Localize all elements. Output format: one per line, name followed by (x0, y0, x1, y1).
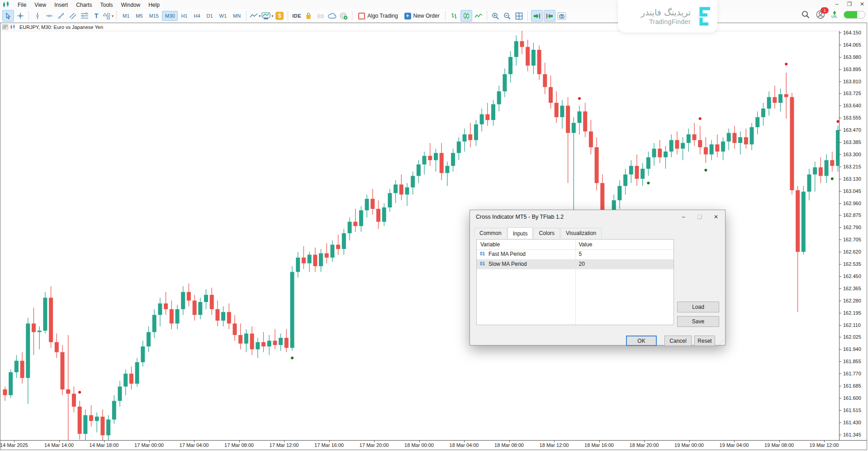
vertical-line-tool-button[interactable] (32, 10, 43, 21)
fibonacci-icon (81, 12, 89, 19)
zoom-out-button[interactable] (502, 10, 513, 21)
notification-badge: 1 (821, 7, 829, 14)
table-row[interactable]: 01Fast MA Period5 (477, 249, 674, 259)
price-tick (840, 337, 841, 337)
crosshair-tool-button[interactable] (15, 10, 26, 21)
menu-file[interactable]: File (14, 1, 30, 9)
market-watch-icon[interactable] (2, 24, 8, 29)
fibonacci-tool-button[interactable] (79, 10, 90, 21)
dialog-titlebar[interactable]: Cross Indicator MT5 - By TFlab 1.2 – ❑ ✕ (470, 210, 725, 224)
ok-button[interactable]: OK (626, 336, 657, 346)
variable-value[interactable]: 20 (579, 261, 585, 267)
window-minimize-button[interactable]: – (833, 1, 841, 7)
market-button[interactable] (303, 10, 314, 21)
community-button[interactable] (338, 10, 349, 21)
variable-value[interactable]: 5 (579, 251, 582, 257)
price-tick (840, 118, 841, 118)
tab-colors[interactable]: Colors (533, 228, 560, 238)
horizontal-line-tool-button[interactable] (44, 10, 55, 21)
timeframe-m30[interactable]: M30 (162, 11, 178, 21)
currency-button[interactable]: $ (274, 10, 285, 21)
time-label: 17 Mar 16:00 (314, 442, 344, 448)
dialog-tabs: CommonInputsColorsVisualization (474, 227, 602, 238)
tab-common[interactable]: Common (474, 228, 507, 238)
new-order-button[interactable]: + New Order (402, 10, 442, 21)
menu-view[interactable]: View (30, 1, 50, 9)
level-indicator[interactable]: LVL (831, 11, 837, 18)
menu-charts[interactable]: Charts (72, 1, 96, 9)
algo-trading-label: Algo Trading (367, 13, 398, 19)
timeframe-h4[interactable]: H4 (190, 11, 203, 21)
auto-scroll-button[interactable] (531, 10, 543, 22)
timeframe-h1[interactable]: H1 (178, 11, 190, 21)
tab-visualization[interactable]: Visualization (560, 228, 602, 238)
screenshot-button[interactable] (556, 10, 567, 21)
dialog-close-button[interactable]: ✕ (708, 214, 724, 220)
time-label: 18 Mar 00:00 (404, 442, 434, 448)
algo-trading-button[interactable]: Algo Trading (356, 10, 400, 21)
reset-button[interactable]: Reset (694, 336, 715, 346)
vertical-line-icon (34, 12, 41, 19)
cloud-button[interactable] (327, 10, 337, 21)
toolbar-separator (116, 11, 117, 20)
search-icon[interactable] (802, 10, 810, 19)
time-label: 14 Mar 14:00 (44, 442, 74, 448)
auto-scroll-icon (533, 13, 541, 19)
time-axis[interactable]: 14 Mar 202514 Mar 14:0014 Mar 18:0017 Ma… (0, 440, 867, 450)
window-restore-button[interactable]: ❐ (845, 1, 854, 7)
timeframe-m1[interactable]: M1 (119, 11, 133, 21)
cursor-tool-button[interactable] (2, 10, 14, 22)
tile-windows-button[interactable] (514, 10, 525, 21)
menu-window[interactable]: Window (117, 1, 145, 9)
zoom-in-button[interactable] (490, 10, 501, 21)
value-column-header: Value (579, 241, 593, 248)
shapes-tool-button[interactable]: ▾ (103, 10, 114, 21)
input-param-icon: 01 (480, 261, 485, 266)
table-row[interactable]: 01Slow MA Period20 (477, 259, 674, 269)
signals-button[interactable]: ((o)) (315, 10, 326, 21)
cancel-button[interactable]: Cancel (664, 336, 692, 346)
signals-icon: ((o)) (317, 14, 323, 19)
price-tick (840, 325, 841, 326)
timeframe-m15[interactable]: M15 (146, 11, 162, 21)
timeframe-m5[interactable]: M5 (133, 11, 146, 21)
inputs-table[interactable]: Variable Value 01Fast MA Period501Slow M… (476, 239, 674, 325)
ide-button[interactable]: IDE (291, 10, 302, 21)
load-button[interactable]: Load (677, 302, 719, 312)
mini-candles-icon[interactable] (10, 24, 16, 29)
menu-items: FileViewInsertChartsToolsWindowHelp (14, 0, 164, 9)
channel-tool-button[interactable] (67, 10, 78, 21)
menu-help[interactable]: Help (144, 1, 164, 9)
price-label: 163.215 (843, 164, 861, 169)
price-label: 163.980 (843, 54, 861, 60)
timeframe-d1[interactable]: D1 (204, 11, 216, 21)
time-label: 19 Mar 08:00 (764, 442, 794, 448)
time-label: 18 Mar 12:00 (540, 442, 569, 448)
trendline-tool-button[interactable] (56, 10, 66, 21)
resize-grip[interactable]: ⋰ (719, 340, 724, 345)
timeframe-w1[interactable]: W1 (216, 11, 230, 21)
timeframe-mn[interactable]: MN (230, 11, 244, 21)
menu-tools[interactable]: Tools (96, 1, 117, 9)
zoom-out-icon (503, 12, 511, 20)
candle-chart-type-button[interactable] (460, 10, 472, 22)
price-axis[interactable]: 164.150164.065163.980163.895163.810163.7… (839, 31, 867, 441)
time-label: 18 Mar 04:00 (450, 442, 479, 448)
chart-shift-button[interactable] (544, 10, 555, 22)
indicator-dialog: Cross Indicator MT5 - By TFlab 1.2 – ❑ ✕… (470, 210, 726, 345)
dialog-minimize-button[interactable]: – (675, 214, 692, 220)
price-tick (840, 227, 841, 228)
profile-button[interactable]: 1 (816, 10, 825, 19)
text-tool-button[interactable]: T (91, 10, 102, 21)
bar-chart-type-button[interactable] (449, 10, 460, 21)
price-tick (840, 215, 841, 216)
window-close-button[interactable]: ✕ (858, 1, 866, 7)
tab-inputs[interactable]: Inputs (508, 227, 533, 239)
price-tick (840, 191, 841, 192)
indicators-dropdown-button[interactable]: ▾ (261, 10, 273, 21)
tradingfinder-logo-icon (695, 6, 712, 27)
chart-type-dropdown-button[interactable]: ▾ (250, 10, 261, 21)
save-button[interactable]: Save (677, 316, 719, 327)
menu-insert[interactable]: Insert (50, 1, 72, 9)
line-chart-type-button[interactable] (473, 10, 484, 21)
